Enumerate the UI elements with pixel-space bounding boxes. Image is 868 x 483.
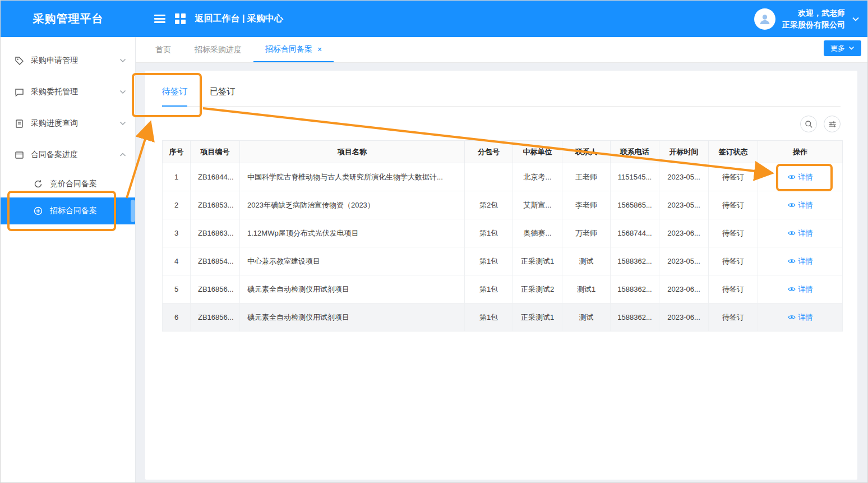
cell-winner: 正采测试1 — [513, 303, 562, 332]
cell-status: 待签订 — [709, 219, 758, 247]
col-header: 操作 — [758, 141, 843, 163]
comment-icon — [14, 87, 24, 97]
cell-contact: 测试 — [562, 303, 611, 332]
cell-open-date: 2023-05... — [659, 191, 709, 219]
detail-link-label: 详情 — [798, 256, 813, 266]
col-header: 开标时间 — [659, 141, 709, 163]
chevron-down-icon — [848, 46, 855, 50]
tab-pending-signing[interactable]: 待签订 — [162, 86, 187, 107]
chevron-down-icon[interactable] — [852, 16, 860, 22]
tab-label: 招标合同备案 — [265, 44, 312, 54]
sidebar-item-label: 采购进度查询 — [31, 118, 119, 128]
cell-actions: 详情 — [758, 191, 843, 219]
cell-actions: 详情 — [758, 275, 843, 303]
col-header: 序号 — [163, 141, 191, 163]
app-logo: 采购管理平台 — [1, 11, 136, 26]
cell-open-date: 2023-05... — [659, 247, 709, 275]
eye-icon — [788, 314, 796, 320]
detail-link-label: 详情 — [798, 228, 813, 238]
cell-project-name: 中心兼示教室建设项目 — [240, 247, 465, 275]
chevron-up-icon — [119, 153, 126, 157]
tab-tender-procurement-progress[interactable]: 招标采购进度 — [183, 37, 253, 62]
cell-contact: 测试 — [562, 247, 611, 275]
table-row: 3 ZB16863... 1.12MWp屋顶分布式光伏发电项目 第1包 奥德赛.… — [163, 219, 843, 247]
cell-winner: 正采测试1 — [513, 247, 562, 275]
detail-link[interactable]: 详情 — [788, 200, 813, 210]
chevron-down-icon — [119, 58, 126, 63]
close-tab-icon[interactable]: × — [317, 45, 322, 53]
cell-status: 待签订 — [709, 247, 758, 275]
cell-open-date: 2023-06... — [659, 219, 709, 247]
sidebar-item-auction-contract-filing[interactable]: 竞价合同备案 — [1, 171, 135, 197]
top-header: 采购管理平台 返回工作台 | 采购中心 欢迎，武老师 正采股份有限公司 — [1, 1, 868, 37]
user-avatar-icon[interactable] — [754, 8, 775, 30]
more-button-label: 更多 — [830, 43, 845, 53]
cell-contact: 万老师 — [562, 219, 611, 247]
col-header: 分包号 — [465, 141, 513, 163]
cell-package: 第1包 — [465, 247, 513, 275]
cell-phone: 1568744... — [611, 219, 659, 247]
search-button[interactable] — [800, 116, 817, 132]
cell-project-code: ZB16844... — [191, 163, 240, 191]
sidebar-item-label: 竞价合同备案 — [50, 179, 126, 189]
cell-index: 6 — [163, 303, 191, 332]
detail-link-label: 详情 — [798, 312, 813, 323]
sidebar: 采购申请管理 采购委托管理 采购进度查询 — [1, 37, 136, 482]
cell-phone: 1151545... — [611, 163, 659, 191]
cell-project-name: 碘元素全自动检测仪用试剂项目 — [240, 275, 465, 303]
company-name: 正采股份有限公司 — [782, 19, 845, 31]
sidebar-item-contract-filing-progress[interactable]: 合同备案进度 — [1, 139, 135, 171]
detail-link[interactable]: 详情 — [788, 284, 813, 295]
col-header: 联系电话 — [611, 141, 659, 163]
welcome-text: 欢迎，武老师 — [798, 7, 845, 19]
eye-icon — [788, 202, 796, 208]
detail-link[interactable]: 详情 — [788, 172, 813, 182]
contracts-table: 序号 项目编号 项目名称 分包号 中标单位 联系人 联系电话 开标时间 签订状态… — [162, 140, 843, 332]
app-root: 采购管理平台 返回工作台 | 采购中心 欢迎，武老师 正采股份有限公司 — [0, 0, 868, 483]
status-tabs: 待签订 已签订 — [162, 71, 841, 107]
top-nav: 返回工作台 | 采购中心 — [136, 13, 283, 25]
table-row: 5 ZB16856... 碘元素全自动检测仪用试剂项目 第1包 正采测试2 测试… — [163, 275, 843, 303]
sidebar-item-tender-contract-filing[interactable]: 招标合同备案 — [1, 197, 135, 224]
cell-actions: 详情 — [758, 163, 843, 191]
cell-actions: 详情 — [758, 247, 843, 275]
person-icon — [758, 12, 772, 26]
detail-link[interactable]: 详情 — [788, 312, 813, 323]
user-menu[interactable]: 欢迎，武老师 正采股份有限公司 — [754, 7, 868, 31]
cell-package: 第1包 — [465, 275, 513, 303]
cell-winner: 奥德赛... — [513, 219, 562, 247]
cell-project-name: 1.12MWp屋顶分布式光伏发电项目 — [240, 219, 465, 247]
sync-icon — [33, 179, 43, 189]
detail-link[interactable]: 详情 — [788, 256, 813, 266]
cell-project-code: ZB16854... — [191, 247, 240, 275]
eye-icon — [788, 174, 796, 180]
selected-indicator — [131, 200, 135, 222]
tag-icon — [14, 56, 24, 66]
tab-signed[interactable]: 已签订 — [210, 86, 235, 106]
tab-tender-contract-filing[interactable]: 招标合同备案 × — [253, 37, 334, 62]
sidebar-item-label: 采购委托管理 — [31, 87, 119, 97]
menu-toggle-icon[interactable] — [154, 13, 165, 25]
cell-index: 5 — [163, 275, 191, 303]
content-area: 待签订 已签订 — [136, 63, 867, 482]
cell-winner: 正采测试2 — [513, 275, 562, 303]
cell-index: 3 — [163, 219, 191, 247]
tab-label: 首页 — [155, 45, 171, 55]
cell-package — [465, 163, 513, 191]
column-settings-button[interactable] — [824, 116, 841, 132]
sidebar-item-purchase-request-mgmt[interactable]: 采购申请管理 — [1, 45, 135, 76]
tab-home[interactable]: 首页 — [144, 37, 183, 62]
eye-icon — [788, 258, 796, 264]
workspace-nav-link[interactable]: 返回工作台 | 采购中心 — [195, 13, 283, 25]
sidebar-item-purchase-progress-query[interactable]: 采购进度查询 — [1, 108, 135, 139]
detail-link-label: 详情 — [798, 284, 813, 295]
sidebar-item-purchase-delegation-mgmt[interactable]: 采购委托管理 — [1, 76, 135, 108]
cell-phone: 1565865... — [611, 191, 659, 219]
cell-package: 第1包 — [465, 303, 513, 332]
cell-contact: 测试1 — [562, 275, 611, 303]
apps-grid-icon[interactable] — [175, 13, 186, 24]
detail-link[interactable]: 详情 — [788, 228, 813, 238]
cell-open-date: 2023-06... — [659, 275, 709, 303]
more-button[interactable]: 更多 — [824, 40, 861, 56]
cell-winner: 北京考... — [513, 163, 562, 191]
